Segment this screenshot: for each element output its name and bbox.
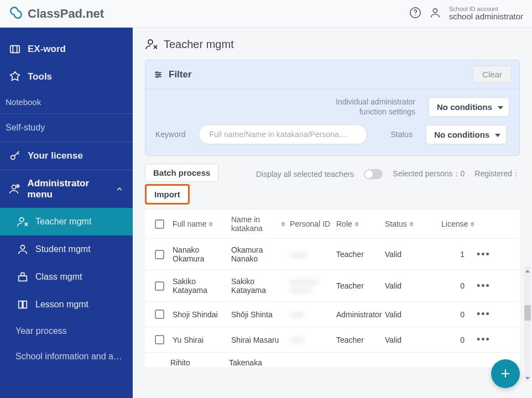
import-button[interactable]: Import xyxy=(145,184,190,205)
status-dropdown[interactable]: No conditions xyxy=(426,125,507,144)
brand-logo-icon xyxy=(9,6,23,22)
cell-license: 0 xyxy=(439,310,474,319)
col-full-name[interactable]: Full name xyxy=(170,219,229,228)
filter-panel: Filter Clear Individual administrator fu… xyxy=(145,60,520,156)
brand[interactable]: ClassPad.net xyxy=(9,6,104,22)
sidebar-item-year[interactable]: Year process xyxy=(0,318,133,344)
sidebar-item-exword[interactable]: EX-word xyxy=(0,35,133,63)
sidebar: EX-word Tools Notebook Self-study Your l… xyxy=(0,28,133,398)
cell-license: 0 xyxy=(439,336,474,344)
cell-status: Valid xyxy=(383,281,439,290)
cell-katakana: Sakiko Katayama xyxy=(229,277,288,295)
svg-point-13 xyxy=(148,40,153,44)
sidebar-item-label: Tools xyxy=(28,71,52,82)
sidebar-item-label: EX-word xyxy=(28,44,66,55)
svg-point-1 xyxy=(415,14,415,15)
col-status[interactable]: Status xyxy=(383,219,439,228)
cell-full-name: Yu Shirai xyxy=(170,336,229,344)
svg-point-2 xyxy=(433,8,437,12)
scroll-down-icon[interactable] xyxy=(524,375,531,381)
col-role[interactable]: Role xyxy=(334,219,383,228)
cell-status: Valid xyxy=(383,336,439,344)
cell-personal-id: xxxx xyxy=(288,310,334,318)
page-title-row: Teacher mgmt xyxy=(145,38,520,51)
sidebar-item-selfstudy[interactable]: Self-study xyxy=(0,114,133,142)
sidebar-item-notebook[interactable]: Notebook xyxy=(0,91,133,113)
clear-button[interactable]: Clear xyxy=(473,66,512,83)
col-license[interactable]: License xyxy=(439,219,474,228)
row-checkbox[interactable] xyxy=(155,250,164,259)
row-actions-icon[interactable]: ••• xyxy=(474,249,505,260)
sidebar-item-label: Class mgmt xyxy=(35,272,82,282)
cell-license: 0 xyxy=(439,281,474,290)
cell-role: Teacher xyxy=(334,281,383,290)
sidebar-item-label: Administrator menu xyxy=(28,178,116,200)
cell-personal-id: xxxxx xyxy=(288,250,334,259)
main-content: Teacher mgmt Filter Clear Individual adm… xyxy=(133,28,532,398)
selected-count: Selected persons：0 xyxy=(393,169,465,179)
sidebar-item-class-mgmt[interactable]: Class mgmt xyxy=(0,263,133,291)
app-header: ClassPad.net School ID account school ad… xyxy=(0,0,532,28)
scrollbar-thumb[interactable] xyxy=(524,305,531,321)
keyword-input[interactable] xyxy=(199,124,367,144)
row-checkbox[interactable] xyxy=(155,335,164,344)
cell-license: 1 xyxy=(439,250,474,259)
svg-rect-3 xyxy=(11,46,20,53)
sidebar-item-label: School information and a… xyxy=(15,352,122,362)
sidebar-item-label: Student mgmt xyxy=(35,244,91,254)
cell-katakana: Okamura Nanako xyxy=(229,245,288,263)
scroll-up-icon[interactable] xyxy=(524,268,531,274)
sidebar-item-tools[interactable]: Tools xyxy=(0,63,133,91)
cell-personal-id: xxxxxxxx xxxxxx xyxy=(288,277,334,294)
sidebar-item-lesson-mgmt[interactable]: Lesson mgmt xyxy=(0,291,133,318)
account-role: school administrator xyxy=(449,12,523,22)
select-all-checkbox[interactable] xyxy=(155,219,164,229)
svg-point-10 xyxy=(20,245,24,249)
row-checkbox[interactable] xyxy=(155,281,164,291)
row-actions-icon[interactable]: ••• xyxy=(474,280,505,292)
sidebar-item-school-info[interactable]: School information and a… xyxy=(0,344,133,369)
help-icon[interactable] xyxy=(409,7,421,21)
header-right: School ID account school administrator xyxy=(409,6,523,22)
cell-personal-id: xxxx xyxy=(288,336,334,344)
cell-status: Valid xyxy=(383,250,439,259)
table-row: Shoji Shindai Shōji Shinta xxxx Administ… xyxy=(145,302,520,327)
admin-setting-label: Individual administrator function settin… xyxy=(327,97,415,117)
teacher-table: Full name Name in katakana Personal ID R… xyxy=(145,209,520,367)
status-label: Status xyxy=(390,130,413,139)
cell-full-name: Shoji Shindai xyxy=(170,310,229,319)
sidebar-item-label: Year process xyxy=(15,326,67,336)
svg-point-6 xyxy=(11,155,15,159)
row-actions-icon[interactable]: ••• xyxy=(474,334,505,345)
filter-icon xyxy=(153,70,163,80)
sidebar-item-license[interactable]: Your license xyxy=(0,142,133,170)
user-icon[interactable] xyxy=(429,7,441,21)
account-block[interactable]: School ID account school administrator xyxy=(449,6,523,22)
sidebar-item-label: Self-study xyxy=(6,123,45,133)
cell-role: Administrator xyxy=(334,310,383,319)
sidebar-admin-toggle[interactable]: Administrator menu xyxy=(0,170,133,208)
svg-point-18 xyxy=(159,74,160,75)
admin-setting-dropdown[interactable]: No conditions xyxy=(429,97,509,117)
display-all-toggle[interactable] xyxy=(364,169,383,179)
cell-full-name: Sakiko Katayama xyxy=(170,277,229,295)
cell-full-name: Nanako Okamura xyxy=(170,245,229,263)
row-actions-icon[interactable]: ••• xyxy=(474,308,505,320)
sidebar-item-teacher-mgmt[interactable]: Teacher mgmt xyxy=(0,208,133,235)
add-button[interactable]: + xyxy=(491,359,520,388)
toolbar: Batch process Import Display all selecte… xyxy=(145,164,520,205)
registered-count: Registered： xyxy=(474,169,520,179)
batch-process-button[interactable]: Batch process xyxy=(145,164,218,182)
sidebar-item-label: Teacher mgmt xyxy=(35,217,91,227)
row-checkbox[interactable] xyxy=(155,310,164,319)
cell-full-name: Rihito xyxy=(170,358,229,367)
svg-point-17 xyxy=(156,71,158,73)
teacher-icon xyxy=(145,38,158,51)
table-header: Full name Name in katakana Personal ID R… xyxy=(145,210,520,239)
cell-status: Valid xyxy=(383,310,439,319)
svg-point-8 xyxy=(17,185,19,187)
display-all-label: Display all selected teachers xyxy=(256,170,354,179)
col-katakana[interactable]: Name in katakana xyxy=(229,215,288,233)
sidebar-item-student-mgmt[interactable]: Student mgmt xyxy=(0,235,133,263)
scrollbar-track[interactable] xyxy=(524,266,531,381)
